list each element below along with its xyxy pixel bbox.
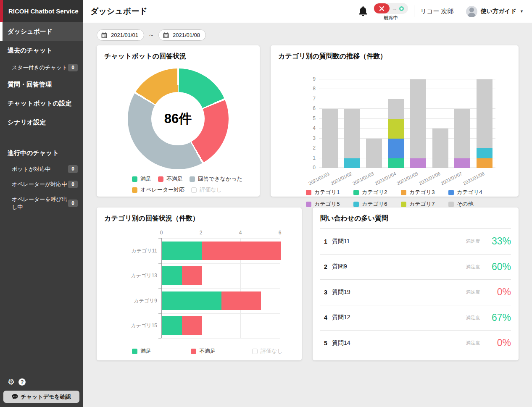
row-tick xyxy=(158,313,161,314)
card-answer-status: チャットボットの回答状況 86件満足不満足回答できなかったオペレーター対応評価な… xyxy=(97,45,260,197)
chat-demo-button[interactable]: チャットデモを確認 xyxy=(3,391,79,403)
legend-item[interactable]: カテゴリ1 xyxy=(306,189,353,196)
bar-segment-カテゴリ7 xyxy=(388,119,404,139)
date-from-input[interactable]: 2021/01/01 xyxy=(97,29,144,41)
avatar xyxy=(466,6,477,17)
header-divider xyxy=(414,5,414,17)
legend-label: 満足 xyxy=(140,347,151,355)
stacked-bar[interactable] xyxy=(432,129,448,168)
stacked-bar[interactable] xyxy=(322,109,338,168)
question-row[interactable]: 1質問11満足度33% xyxy=(320,229,511,255)
row-separator xyxy=(161,238,280,239)
legend-swatch xyxy=(353,202,359,207)
stacked-bar[interactable] xyxy=(477,79,492,168)
question-rank: 2 xyxy=(320,263,331,270)
sidebar-item-label: 質問・回答管理 xyxy=(8,81,52,89)
sidebar-item-operator-handling[interactable]: オペレーターが対応中0 xyxy=(0,177,83,192)
legend-item[interactable]: カテゴリ2 xyxy=(353,189,401,196)
row-tick xyxy=(158,263,161,264)
legend-item[interactable]: カテゴリ6 xyxy=(353,200,401,208)
legend-item[interactable]: カテゴリ3 xyxy=(401,189,448,196)
row-separator xyxy=(161,263,280,264)
stacked-bar[interactable] xyxy=(454,109,470,168)
dashboard-content: 2021/01/01 ～ 2021/01/08 チャットボットの回答 xyxy=(83,23,532,407)
legend-item[interactable]: カテゴリ5 xyxy=(306,200,353,208)
stacked-bar[interactable] xyxy=(366,139,382,168)
count-badge: 0 xyxy=(68,165,78,173)
stacked-bar[interactable] xyxy=(410,79,426,168)
stacked-bar[interactable] xyxy=(162,242,281,260)
date-range-separator: ～ xyxy=(148,32,154,39)
status-online-icon xyxy=(399,6,404,11)
question-row[interactable]: 4質問12満足度67% xyxy=(320,305,511,331)
question-row[interactable]: 2質問9満足度60% xyxy=(320,255,511,280)
presence-toggle[interactable]: → 離席中 xyxy=(374,3,408,21)
date-from-value: 2021/01/01 xyxy=(111,32,138,38)
stacked-bar[interactable] xyxy=(162,316,202,335)
legend-item[interactable]: オペレーター対応 xyxy=(132,186,184,194)
question-row[interactable]: 5質問14満足度0% xyxy=(320,331,511,356)
stacked-bar[interactable] xyxy=(162,291,261,310)
legend-item[interactable]: 不満足 xyxy=(158,175,183,183)
x-axis-top: 0246 xyxy=(161,230,280,236)
bar-segment-カテゴリ6 xyxy=(477,148,492,158)
y-axis-tick: 4 xyxy=(313,126,316,131)
y-axis-tick: 7 xyxy=(313,96,316,101)
question-row[interactable]: 3質問19満足度0% xyxy=(320,280,511,305)
legend-item[interactable]: 満足 xyxy=(132,347,191,355)
bar-slot: 2021/01/04 xyxy=(385,79,408,168)
legend-item[interactable]: 不満足 xyxy=(191,347,252,355)
legend-item[interactable]: 満足 xyxy=(132,175,151,183)
bar-segment-満足 xyxy=(162,316,182,335)
sidebar-item-bot-handling[interactable]: ボットが対応中0 xyxy=(0,161,83,176)
legend-swatch xyxy=(132,187,137,193)
bar-segment-不満足 xyxy=(182,266,202,285)
stacked-bar[interactable] xyxy=(388,99,404,168)
category-answers-chart: 0246カテゴリ11カテゴリ13カテゴリ9カテゴリ15満足不満足評価なし xyxy=(104,230,294,355)
legend-item[interactable]: 回答できなかった xyxy=(190,175,242,183)
satisfaction-value: 60% xyxy=(485,261,511,273)
date-to-input[interactable]: 2021/01/08 xyxy=(158,29,206,41)
donut-wrapper: 86件 xyxy=(128,68,229,169)
sidebar-item-dashboard[interactable]: ダッシュボード xyxy=(0,22,83,41)
sidebar-item-qa-management[interactable]: 質問・回答管理 xyxy=(0,75,83,94)
count-badge: 0 xyxy=(68,181,78,188)
bar-segment-その他 xyxy=(432,129,448,168)
bar-segment-その他 xyxy=(366,139,382,168)
trend-plot-area: 01234567892021/01/012021/01/022021/01/03… xyxy=(319,79,495,168)
sidebar-item-chatbot-settings[interactable]: チャットボットの設定 xyxy=(0,94,83,113)
help-icon[interactable]: ? xyxy=(18,378,26,386)
sidebar-item-starred-chats[interactable]: スター付きのチャット0 xyxy=(0,60,83,75)
stacked-bar[interactable] xyxy=(162,266,202,285)
sidebar-item-operator-calling[interactable]: オペレーターを呼び出し中0 xyxy=(0,192,83,215)
legend-item[interactable]: カテゴリ4 xyxy=(448,189,496,196)
guide-menu[interactable]: 使い方ガイド ▼ xyxy=(466,6,524,17)
legend-label: 評価なし xyxy=(200,186,222,194)
x-axis-label: 2021/01/04 xyxy=(374,171,397,186)
trend-legend: カテゴリ1カテゴリ2カテゴリ3カテゴリ4カテゴリ5カテゴリ6カテゴリ7その他 xyxy=(306,189,511,208)
legend-label: 評価なし xyxy=(261,347,283,355)
x-axis-tick: 6 xyxy=(279,230,282,236)
x-axis-tick: 0 xyxy=(160,230,163,236)
donut-hole: 86件 xyxy=(151,92,205,145)
notification-bell-icon[interactable] xyxy=(358,6,368,17)
bar-segment-カテゴリ3 xyxy=(477,158,492,168)
sidebar-item-past-chats[interactable]: 過去のチャット xyxy=(0,41,83,60)
legend-item[interactable]: カテゴリ7 xyxy=(401,200,448,208)
legend-item[interactable]: 評価なし xyxy=(252,347,294,355)
legend-item[interactable]: その他 xyxy=(448,200,496,208)
card-title: 問い合わせの多い質問 xyxy=(320,214,511,223)
stacked-bar[interactable] xyxy=(344,109,360,168)
legend-checkbox-empty xyxy=(252,349,258,354)
count-badge: 0 xyxy=(68,64,78,71)
card-category-answers: カテゴリ別の回答状況（件数） 0246カテゴリ11カテゴリ13カテゴリ9カテゴリ… xyxy=(97,207,302,360)
legend-label: カテゴリ6 xyxy=(362,200,387,208)
card-title: カテゴリ別の質問数の推移（件数） xyxy=(278,52,511,61)
question-rank: 3 xyxy=(320,289,331,296)
satisfaction-label: 満足度 xyxy=(466,264,480,270)
legend-label: カテゴリ7 xyxy=(409,200,435,208)
legend-label: カテゴリ5 xyxy=(314,200,340,208)
legend-item[interactable]: 評価なし xyxy=(191,186,222,194)
sidebar-item-scenario-settings[interactable]: シナリオ設定 xyxy=(0,113,83,132)
settings-gear-icon[interactable]: ⚙ xyxy=(8,378,15,386)
